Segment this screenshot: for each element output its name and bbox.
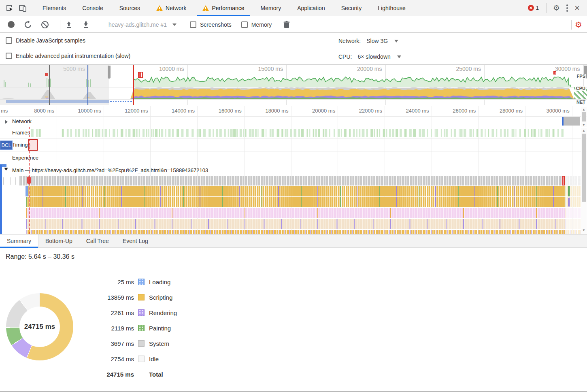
load-profile-icon[interactable] xyxy=(64,19,74,30)
fcp-dashed-line xyxy=(29,127,30,234)
screenshots-checkbox-label: Screenshots xyxy=(200,21,232,28)
overview-net-pending xyxy=(110,101,132,102)
donut-total-label: 24715 ms xyxy=(24,323,55,331)
settings-gear-icon[interactable]: ⚙ xyxy=(550,4,563,12)
memory-checkbox[interactable]: Memory xyxy=(241,21,272,28)
clear-icon[interactable] xyxy=(40,19,50,30)
main-track-selected-strip xyxy=(0,165,2,234)
overview-dimmed-region xyxy=(0,65,109,105)
tab-network[interactable]: Network xyxy=(148,0,194,16)
legend-row-idle: 2754 msIdle xyxy=(87,351,177,366)
toolbar-divider-1 xyxy=(60,20,60,30)
main-expander-icon[interactable] xyxy=(4,168,8,170)
flame-task-row[interactable] xyxy=(19,176,565,185)
device-toolbar-icon[interactable] xyxy=(18,3,28,13)
tab-elements[interactable]: Elements xyxy=(34,0,74,16)
network-scrollbar[interactable]: ▲ ▼ xyxy=(581,107,587,127)
summary-panel: Range: 5.64 s – 30.36 s 24715 ms 25 msLo… xyxy=(0,248,587,391)
legend-label: Painting xyxy=(149,325,171,332)
paint-instrumentation-label: Enable advanced paint instrumentation (s… xyxy=(16,53,130,59)
overview-end-marker xyxy=(553,71,556,75)
flame-bottom-row[interactable] xyxy=(26,230,565,234)
disable-js-checkbox[interactable]: Disable JavaScript samples xyxy=(6,37,85,44)
delete-recording-icon[interactable] xyxy=(283,21,290,29)
main-section-label: Main — https://heavy-ads.glitch.me/?ad=%… xyxy=(12,167,208,173)
flame-microtask-row[interactable] xyxy=(26,219,565,229)
tab-label: Application xyxy=(297,5,325,11)
tab-memory[interactable]: Memory xyxy=(253,0,289,16)
legend-row-loading: 25 msLoading xyxy=(87,274,177,290)
devtools-tabs: ElementsConsoleSourcesNetworkPerformance… xyxy=(34,0,414,16)
tab-application[interactable]: Application xyxy=(289,0,333,16)
tab-lighthouse[interactable]: Lighthouse xyxy=(370,0,414,16)
legend-value: 24715 ms xyxy=(87,371,134,378)
network-throttle-value: Slow 3G xyxy=(366,38,388,44)
error-badge[interactable]: ✕ 1 xyxy=(528,5,539,11)
lcp-marker-box[interactable] xyxy=(28,139,38,151)
profile-select-value: heavy-ads.glitch.me #1 xyxy=(108,21,167,28)
drawer-tab-event-log[interactable]: Event Log xyxy=(116,234,155,247)
more-options-icon[interactable] xyxy=(563,3,571,13)
chevron-down-icon xyxy=(397,55,401,58)
flame-render-row[interactable] xyxy=(26,208,565,218)
flame-script-row-1[interactable] xyxy=(26,186,565,196)
tab-label: Memory xyxy=(261,5,281,11)
legend-label: Rendering xyxy=(149,309,177,316)
save-profile-icon[interactable] xyxy=(81,19,91,30)
legend-value: 3697 ms xyxy=(87,340,134,347)
devtools-tabbar: ElementsConsoleSourcesNetworkPerformance… xyxy=(0,0,587,16)
screenshots-checkbox-box[interactable] xyxy=(190,21,196,28)
memory-checkbox-box[interactable] xyxy=(241,21,248,28)
cpu-throttle-label: CPU: xyxy=(338,53,352,60)
close-icon[interactable]: × xyxy=(571,4,583,13)
record-button[interactable] xyxy=(6,19,16,30)
capture-settings-panel: Disable JavaScript samples Enable advanc… xyxy=(0,33,587,65)
drawer-tab-call-tree[interactable]: Call Tree xyxy=(79,234,116,247)
toolbar-divider-2 xyxy=(101,20,101,30)
tab-security[interactable]: Security xyxy=(333,0,370,16)
legend-label: Idle xyxy=(149,356,159,362)
tab-label: Performance xyxy=(212,5,244,11)
flame-script-row-2[interactable] xyxy=(26,197,565,207)
legend-value: 25 ms xyxy=(87,279,134,285)
tab-sources[interactable]: Sources xyxy=(111,0,148,16)
dcl-marker-badge[interactable]: DCL xyxy=(0,141,13,150)
fps-chart-label: FPS xyxy=(576,74,586,79)
capture-settings-gear-icon[interactable]: ⚙ xyxy=(575,21,582,29)
tab-console[interactable]: Console xyxy=(74,0,111,16)
tabbar-divider xyxy=(31,3,31,13)
tab-performance[interactable]: Performance xyxy=(194,0,252,16)
error-count: 1 xyxy=(536,5,539,11)
network-throttle-select[interactable]: Network: Slow 3G xyxy=(338,38,398,44)
disable-js-label: Disable JavaScript samples xyxy=(16,37,85,44)
overview-left-handle[interactable] xyxy=(108,66,111,79)
timeline-overview[interactable]: 5000 ms10000 ms15000 ms20000 ms25000 ms3… xyxy=(0,65,587,105)
summary-legend: 25 msLoading13859 msScripting2261 msRend… xyxy=(87,274,177,382)
drawer-tab-summary[interactable]: Summary xyxy=(0,234,38,247)
timings-section-label: Timings xyxy=(12,142,30,148)
flame-parse-bar[interactable] xyxy=(26,186,28,196)
profile-select[interactable]: heavy-ads.glitch.me #1 xyxy=(108,21,177,28)
inspect-element-icon[interactable] xyxy=(5,3,15,13)
tabbar-divider-2 xyxy=(546,3,547,13)
cpu-throttle-select[interactable]: CPU: 6× slowdown xyxy=(338,53,401,60)
tabbar-right-controls: ✕ 1 ⚙ × xyxy=(528,3,587,13)
paint-instrumentation-checkbox[interactable]: Enable advanced paint instrumentation (s… xyxy=(6,53,130,59)
drawer-tab-bottom-up[interactable]: Bottom-Up xyxy=(38,234,79,247)
flame-scrollbar[interactable]: ▲ ▼ xyxy=(581,128,587,234)
drawer-tabbar: SummaryBottom-UpCall TreeEvent Log xyxy=(0,234,587,248)
summary-range: Range: 5.64 s – 30.36 s xyxy=(6,253,74,260)
experience-section-label: Experience xyxy=(12,155,38,161)
toolbar-divider-4 xyxy=(571,20,572,30)
chevron-down-icon xyxy=(394,40,398,43)
legend-swatch xyxy=(138,356,145,362)
legend-row-scripting: 13859 msScripting xyxy=(87,290,177,305)
timeline-detail-pane[interactable]: 8000 ms10000 ms12000 ms14000 ms16000 ms1… xyxy=(0,106,587,234)
chevron-down-icon xyxy=(172,23,177,26)
network-throttle-label: Network: xyxy=(338,38,361,44)
performance-toolbar: heavy-ads.glitch.me #1 Screenshots Memor… xyxy=(0,17,587,33)
reload-and-record-icon[interactable] xyxy=(23,19,33,30)
screenshots-checkbox[interactable]: Screenshots xyxy=(190,21,232,28)
legend-swatch xyxy=(138,325,145,331)
legend-label: Total xyxy=(149,371,163,378)
